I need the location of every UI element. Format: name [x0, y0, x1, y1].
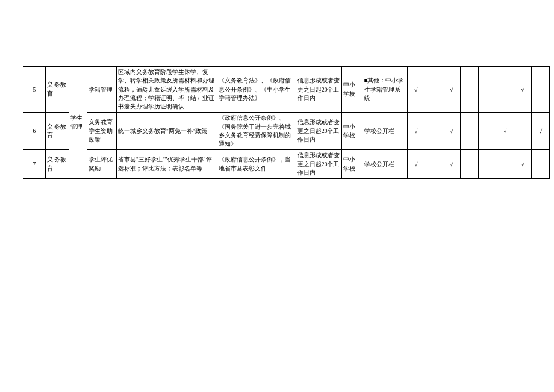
disclosure-table: 5 义 务教育 学生管理 学籍管理 区域内义务教育阶段学生休学、复学、转学相关政… — [23, 66, 550, 179]
cell-flag: √ — [443, 67, 461, 113]
cell-flag — [478, 150, 496, 179]
cell-num: 6 — [23, 113, 46, 150]
cell-channel: 学校公开栏 — [363, 113, 407, 150]
cell-flag — [496, 150, 514, 179]
cell-content: 省市县"三好学生""优秀学生干部"评选标准；评比方法；表彰名单等 — [117, 150, 217, 179]
cell-flag: √ — [514, 67, 532, 113]
cell-flag — [496, 67, 514, 113]
cell-flag: √ — [443, 113, 461, 150]
cell-subject: 中小学校 — [342, 113, 363, 150]
cell-flag: √ — [496, 113, 514, 150]
cell-content: 统一城乡义务教育"两免一补"政策 — [117, 113, 217, 150]
cell-item: 学生评优奖励 — [87, 150, 116, 179]
cell-flag: √ — [532, 113, 550, 150]
cell-flag — [425, 150, 443, 179]
cell-flag — [461, 113, 479, 150]
cell-channel: ■其他：中小学生学籍管理系统 — [363, 67, 407, 113]
cell-item: 学籍管理 — [87, 67, 116, 113]
cell-subject: 中小学校 — [342, 67, 363, 113]
cell-basis: 《政府信息公开条例》，当地省市县表彰文件 — [217, 150, 296, 179]
table-row: 7 义 务教育 学生评优奖励 省市县"三好学生""优秀学生干部"评选标准；评比方… — [23, 150, 550, 179]
cell-basis: 《政府信息公开条例》、《国务院关于进一步完善城乡义务教育经费保障机制的通知》 — [217, 113, 296, 150]
cell-num: 7 — [23, 150, 46, 179]
cell-flag — [532, 150, 550, 179]
cell-flag — [461, 150, 479, 179]
cell-flag — [461, 67, 479, 113]
table-row: 5 义 务教育 学生管理 学籍管理 区域内义务教育阶段学生休学、复学、转学相关政… — [23, 67, 550, 113]
cell-flag — [478, 67, 496, 113]
cell-channel: 学校公开栏 — [363, 150, 407, 179]
cell-flag: √ — [407, 150, 425, 179]
cell-timelimit: 信息形成或者变更之日起20个工作日内 — [296, 113, 341, 150]
cell-flag: √ — [407, 113, 425, 150]
cell-flag: √ — [443, 150, 461, 179]
cell-flag — [425, 67, 443, 113]
cell-group: 学生管理 — [69, 67, 87, 179]
table-row: 6 义 务教育 义务教育学生资助政策 统一城乡义务教育"两免一补"政策 《政府信… — [23, 113, 550, 150]
cell-category: 义 务教育 — [45, 113, 69, 150]
cell-flag — [514, 113, 532, 150]
cell-timelimit: 信息形成或者变更之日起20个工作日内 — [296, 150, 341, 179]
cell-subject: 中小学校 — [342, 150, 363, 179]
cell-category: 义 务教育 — [45, 67, 69, 113]
cell-timelimit: 信息形成或者变更之日起20个工作日内 — [296, 67, 341, 113]
cell-flag: √ — [407, 67, 425, 113]
cell-flag: √ — [514, 150, 532, 179]
cell-flag — [478, 113, 496, 150]
cell-flag — [425, 113, 443, 150]
cell-basis: 《义务教育法》、《政府信息公开条例》、《中小学生学籍管理办法》 — [217, 67, 296, 113]
cell-content: 区域内义务教育阶段学生休学、复学、转学相关政策及所需材料和办理流程；适龄儿童延缓… — [117, 67, 217, 113]
cell-flag — [532, 67, 550, 113]
cell-category: 义 务教育 — [45, 150, 69, 179]
cell-num: 5 — [23, 67, 46, 113]
cell-item: 义务教育学生资助政策 — [87, 113, 116, 150]
